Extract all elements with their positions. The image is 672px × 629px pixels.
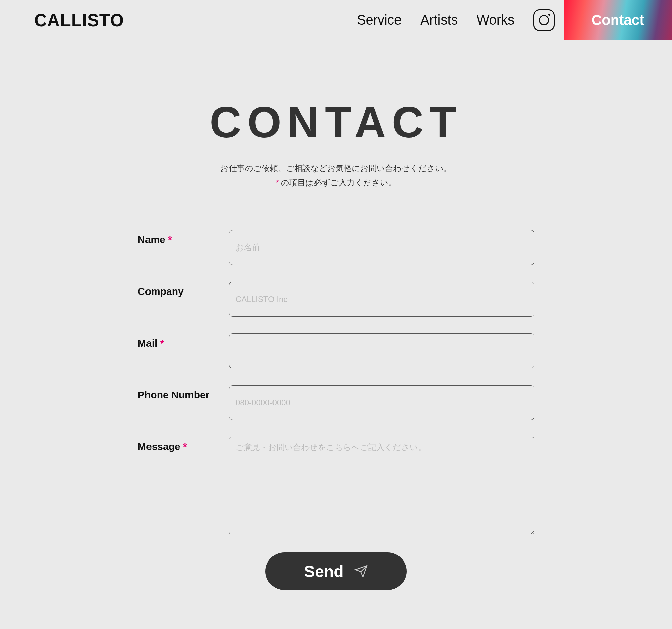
form-row-message: Message *: [138, 437, 534, 536]
nav-service[interactable]: Service: [347, 12, 411, 28]
instagram-dot-icon: [548, 14, 550, 16]
paper-plane-icon: [355, 564, 368, 578]
label-col-name: Name *: [138, 230, 229, 246]
required-asterisk-icon: *: [275, 178, 279, 187]
required-asterisk-icon: *: [160, 337, 164, 349]
instagram-icon[interactable]: [533, 9, 555, 31]
phone-input[interactable]: [229, 385, 534, 420]
label-col-phone: Phone Number: [138, 385, 229, 401]
instagram-inner-circle-icon: [539, 15, 549, 25]
main-nav: Service Artists Works Contact: [158, 0, 672, 40]
nav-artists[interactable]: Artists: [411, 12, 467, 28]
nav-works[interactable]: Works: [467, 12, 524, 28]
form-row-company: Company: [138, 282, 534, 317]
label-col-message: Message *: [138, 437, 229, 452]
input-col-mail: [229, 333, 534, 369]
page-wrapper: CALLISTO Service Artists Works Contact C…: [0, 0, 672, 629]
company-label: Company: [138, 286, 184, 297]
form-row-name: Name *: [138, 230, 534, 265]
mail-label: Mail *: [138, 337, 164, 349]
message-label: Message *: [138, 441, 187, 452]
form-row-mail: Mail *: [138, 333, 534, 369]
main-content: CONTACT お仕事のご依頼、ご相談などお気軽にお問い合わせください。 * の…: [0, 40, 672, 629]
subtitle-line-2-text: の項目は必ずご入力ください。: [279, 178, 397, 187]
send-button-label: Send: [304, 562, 343, 581]
logo-box[interactable]: CALLISTO: [0, 0, 158, 40]
header: CALLISTO Service Artists Works Contact: [0, 0, 672, 40]
input-col-company: [229, 282, 534, 317]
send-row: Send: [138, 552, 534, 590]
input-col-phone: [229, 385, 534, 420]
label-col-mail: Mail *: [138, 333, 229, 349]
page-title: CONTACT: [0, 97, 672, 147]
required-asterisk-icon: *: [168, 234, 172, 245]
nav-contact-label: Contact: [592, 12, 644, 28]
message-textarea[interactable]: [229, 437, 534, 534]
input-col-message: [229, 437, 534, 536]
name-label: Name *: [138, 234, 172, 245]
phone-label: Phone Number: [138, 389, 209, 400]
contact-form: Name * Company Mail *: [138, 230, 534, 590]
company-input[interactable]: [229, 282, 534, 317]
send-button[interactable]: Send: [265, 552, 407, 590]
nav-contact[interactable]: Contact: [564, 0, 672, 40]
name-input[interactable]: [229, 230, 534, 265]
subtitle-line-1: お仕事のご依頼、ご相談などお気軽にお問い合わせください。: [0, 161, 672, 175]
label-col-company: Company: [138, 282, 229, 297]
required-asterisk-icon: *: [183, 441, 187, 452]
form-row-phone: Phone Number: [138, 385, 534, 420]
logo-text: CALLISTO: [34, 10, 124, 30]
input-col-name: [229, 230, 534, 265]
subtitle-block: お仕事のご依頼、ご相談などお気軽にお問い合わせください。 * の項目は必ずご入力…: [0, 161, 672, 190]
mail-input[interactable]: [229, 333, 534, 369]
subtitle-line-2: * の項目は必ずご入力ください。: [0, 175, 672, 190]
